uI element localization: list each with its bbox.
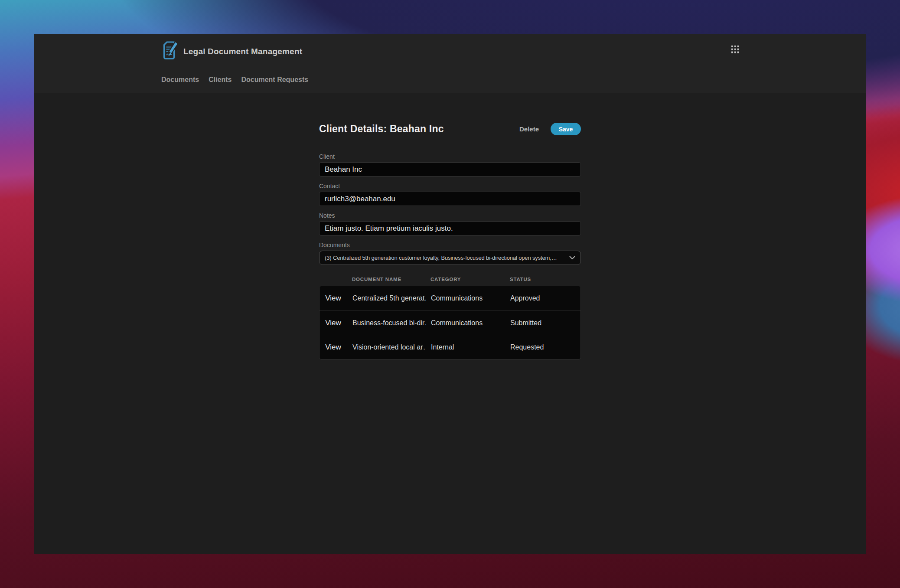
- main-nav: Documents Clients Document Requests: [161, 75, 308, 84]
- contact-field[interactable]: [319, 192, 581, 206]
- category-cell: Internal: [426, 343, 505, 351]
- nav-clients[interactable]: Clients: [209, 75, 232, 84]
- contact-field-group: Contact: [319, 183, 581, 206]
- status-cell: Submitted: [505, 319, 581, 327]
- notes-field-label: Notes: [319, 212, 581, 219]
- client-field-group: Client: [319, 153, 581, 176]
- view-button[interactable]: View: [320, 335, 347, 359]
- view-button[interactable]: View: [320, 286, 347, 310]
- table-row: View Centralized 5th generat… Communicat…: [320, 286, 580, 310]
- document-name-cell: Business-focused bi-dir…: [347, 319, 426, 327]
- table-row: View Business-focused bi-dir… Communicat…: [320, 310, 580, 335]
- documents-table-body: View Centralized 5th generat… Communicat…: [319, 286, 581, 359]
- app-window: Legal Document Management Documents Clie…: [34, 34, 866, 554]
- app-title: Legal Document Management: [183, 47, 302, 56]
- documents-table-header: DOCUMENT NAME CATEGORY STATUS: [319, 272, 581, 286]
- document-name-cell: Centralized 5th generat…: [347, 294, 426, 302]
- client-field[interactable]: [319, 162, 581, 176]
- contact-field-label: Contact: [319, 183, 581, 190]
- page-title-row: Client Details: Beahan Inc Delete Save: [319, 123, 581, 135]
- delete-button[interactable]: Delete: [519, 125, 539, 133]
- document-name-cell: Vision-oriented local ar…: [347, 343, 426, 351]
- chevron-down-icon: [569, 256, 575, 260]
- notes-field[interactable]: [319, 221, 581, 235]
- view-button[interactable]: View: [320, 311, 347, 335]
- app-grid-icon[interactable]: [731, 46, 739, 53]
- page-title: Client Details: Beahan Inc: [319, 123, 519, 135]
- brand: Legal Document Management: [161, 41, 302, 62]
- notes-field-group: Notes: [319, 212, 581, 235]
- table-row: View Vision-oriented local ar… Internal …: [320, 335, 580, 359]
- save-button[interactable]: Save: [551, 123, 581, 135]
- documents-table: DOCUMENT NAME CATEGORY STATUS View Centr…: [319, 272, 581, 359]
- client-form: Client Contact Notes Documents (3) Centr…: [319, 153, 581, 359]
- nav-documents[interactable]: Documents: [161, 75, 199, 84]
- status-cell: Requested: [505, 343, 581, 351]
- category-cell: Communications: [426, 319, 505, 327]
- category-cell: Communications: [426, 294, 505, 302]
- nav-document-requests[interactable]: Document Requests: [241, 75, 308, 84]
- app-header: Legal Document Management Documents Clie…: [34, 34, 866, 92]
- client-details-page: Client Details: Beahan Inc Delete Save C…: [319, 123, 581, 359]
- documents-dropdown[interactable]: (3) Centralized 5th generation customer …: [319, 251, 581, 265]
- status-cell: Approved: [505, 294, 581, 302]
- document-edit-icon: [161, 41, 177, 62]
- column-header-document-name: DOCUMENT NAME: [347, 277, 425, 282]
- client-field-label: Client: [319, 153, 581, 160]
- column-header-category: CATEGORY: [425, 277, 505, 282]
- column-header-status: STATUS: [505, 277, 581, 282]
- documents-field-label: Documents: [319, 242, 581, 249]
- documents-dropdown-value: (3) Centralized 5th generation customer …: [325, 255, 567, 261]
- documents-field-group: Documents (3) Centralized 5th generation…: [319, 242, 581, 265]
